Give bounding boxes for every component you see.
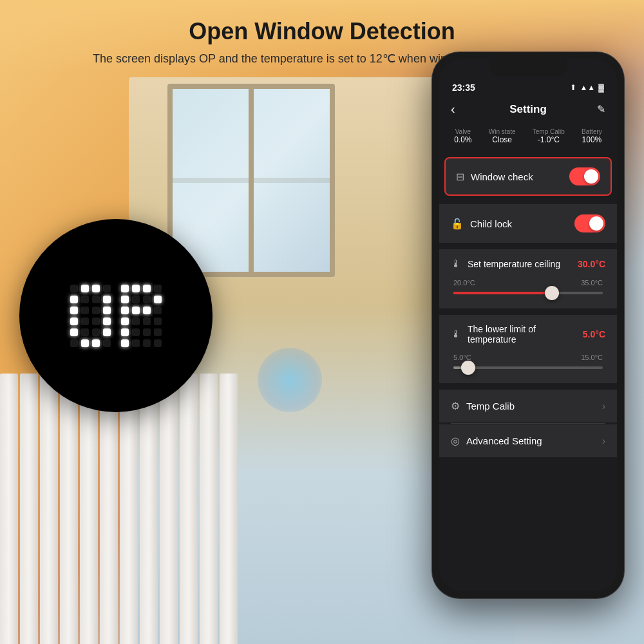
info-bar: Valve 0.0% Win state Close Temp Calib -1…	[439, 123, 617, 149]
temp-calib-label: Temp Calib	[533, 128, 565, 135]
divider-1	[451, 423, 605, 424]
op-dots	[70, 285, 162, 347]
slider-lower-max: 15.0°C	[581, 354, 603, 361]
temp-lower-label: The lower limit of temperature	[468, 324, 576, 345]
temp-ceiling-icon: 🌡	[451, 258, 461, 270]
child-lock-row[interactable]: 🔓 Child lock	[439, 204, 617, 243]
phone-inner: 23:35 ⬆ ▲▲ ▓ ‹ Setting ✎ Valve	[439, 59, 617, 591]
temp-ceiling-slider[interactable]: 20.0°C 35.0°C	[451, 279, 605, 294]
advanced-setting-icon: ◎	[451, 435, 460, 447]
page-background: Open Window Detection The screen display…	[0, 0, 644, 644]
battery-icon: ▓	[598, 83, 604, 92]
temp-calib-row-label: Temp Calib	[466, 401, 515, 412]
temp-ceiling-label: Set temperature ceiling	[468, 259, 571, 269]
temp-ceiling-value: 30.0°C	[578, 259, 605, 269]
child-lock-icon: 🔓	[451, 218, 464, 230]
temp-lower-slider[interactable]: 5.0°C 15.0°C	[451, 354, 605, 369]
section-gap-1	[439, 149, 617, 155]
phone-notch	[489, 59, 567, 76]
temp-calib-row-icon: ⚙	[451, 400, 460, 412]
temp-calib-left: ⚙ Temp Calib	[451, 400, 515, 412]
advanced-setting-left: ◎ Advanced Setting	[451, 435, 542, 447]
valve-info: Valve 0.0%	[454, 128, 471, 144]
window-check-icon: ⊟	[456, 171, 464, 183]
win-state-info: Win state Close	[489, 128, 516, 144]
valve-value: 0.0%	[454, 135, 471, 144]
temp-calib-row[interactable]: ⚙ Temp Calib ›	[439, 390, 617, 422]
wifi-icon: ▲▲	[580, 83, 595, 92]
temp-calib-info: Temp Calib -1.0°C	[533, 128, 565, 144]
battery-value: 100%	[582, 135, 602, 144]
window-interior	[173, 89, 330, 272]
win-state-value: Close	[489, 135, 516, 144]
advanced-setting-row[interactable]: ◎ Advanced Setting ›	[439, 424, 617, 457]
temp-ceiling-title: 🌡 Set temperature ceiling 30.0°C	[451, 258, 605, 270]
section-gap-5	[439, 384, 617, 389]
slider-ceiling-max: 35.0°C	[581, 279, 603, 287]
window-check-row[interactable]: ⊟ Window check	[444, 157, 612, 196]
temp-lower-track	[453, 366, 603, 369]
back-button[interactable]: ‹	[451, 102, 470, 117]
temp-ceiling-track	[453, 292, 603, 294]
valve-label: Valve	[454, 128, 471, 135]
slider-lower-labels: 5.0°C 15.0°C	[453, 354, 603, 361]
phone-container: 23:35 ⬆ ▲▲ ▓ ‹ Setting ✎ Valve	[431, 52, 625, 599]
settings-content[interactable]: ⊟ Window check 🔓 Child lock	[439, 155, 617, 591]
device-glow	[258, 348, 322, 412]
section-gap-4	[439, 309, 617, 314]
section-gap-2	[439, 198, 617, 204]
temp-lower-title: 🌡 The lower limit of temperature 5.0°C	[451, 324, 605, 345]
temp-calib-chevron: ›	[602, 401, 605, 412]
op-display-circle	[19, 219, 213, 412]
letter-o	[70, 285, 111, 347]
window-check-toggle-knob	[584, 169, 598, 184]
temp-calib-value: -1.0°C	[533, 135, 565, 144]
temp-lower-thumb[interactable]	[461, 361, 475, 375]
window-check-left: ⊟ Window check	[456, 171, 533, 183]
status-bar: 23:35 ⬆ ▲▲ ▓	[439, 76, 617, 95]
battery-label: Battery	[582, 128, 602, 135]
nav-bar: ‹ Setting ✎	[439, 95, 617, 123]
temp-ceiling-thumb[interactable]	[545, 286, 559, 300]
window-frame	[167, 84, 335, 277]
radiator-panel	[0, 374, 238, 644]
temp-lower-section: 🌡 The lower limit of temperature 5.0°C 5…	[439, 315, 617, 383]
win-state-label: Win state	[489, 128, 516, 135]
child-lock-label: Child lock	[470, 218, 512, 229]
temp-ceiling-fill	[453, 292, 552, 294]
page-title: Open Window Detection	[39, 18, 605, 45]
temp-ceiling-section: 🌡 Set temperature ceiling 30.0°C 20.0°C …	[439, 249, 617, 308]
battery-info: Battery 100%	[582, 128, 602, 144]
phone-outer: 23:35 ⬆ ▲▲ ▓ ‹ Setting ✎ Valve	[431, 52, 625, 599]
location-icon: ⬆	[570, 83, 576, 92]
advanced-setting-label: Advanced Setting	[466, 435, 542, 446]
slider-ceiling-labels: 20.0°C 35.0°C	[453, 279, 603, 287]
radiator	[0, 374, 290, 644]
child-lock-toggle[interactable]	[574, 214, 605, 232]
letter-p	[121, 285, 162, 347]
child-lock-left: 🔓 Child lock	[451, 218, 512, 230]
slider-ceiling-min: 20.0°C	[453, 279, 475, 287]
edit-button[interactable]: ✎	[586, 103, 605, 115]
advanced-setting-chevron: ›	[602, 435, 605, 447]
temp-lower-value: 5.0°C	[583, 329, 605, 339]
window-check-toggle[interactable]	[569, 167, 600, 185]
status-time: 23:35	[452, 82, 475, 93]
child-lock-toggle-knob	[589, 216, 603, 231]
nav-title: Setting	[509, 103, 547, 116]
status-icons: ⬆ ▲▲ ▓	[570, 83, 604, 92]
temp-lower-icon: 🌡	[451, 328, 461, 340]
window-check-label: Window check	[471, 171, 533, 182]
section-gap-3	[439, 243, 617, 249]
